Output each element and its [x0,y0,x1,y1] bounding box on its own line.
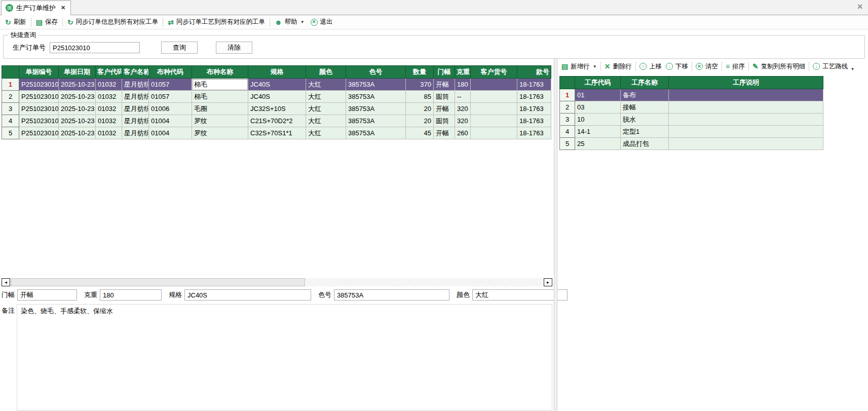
column-header[interactable]: 克重 [455,66,471,79]
cell-工序代码[interactable]: 14-1 [575,126,621,138]
remark-textarea[interactable]: 染色、烧毛、手感柔软、保缩水 [17,304,552,410]
cell-克重[interactable]: 180 [455,79,471,91]
toolbar-overflow-icon[interactable]: ▾ [851,66,854,73]
guige-input[interactable] [184,289,311,301]
column-header[interactable]: 色号 [346,66,406,79]
row-number[interactable]: 3 [2,103,19,115]
cell-款号[interactable]: 18-1763 [517,127,551,139]
cell-单据编号[interactable]: P251023010 [19,115,59,127]
cell-数量[interactable]: 20 [406,103,434,115]
cell-工序说明[interactable] [669,89,823,101]
cell-客户代码[interactable]: 01032 [96,127,122,139]
row-number[interactable]: 4 [560,126,575,138]
cell-布种代码[interactable]: 01004 [149,127,192,139]
cell-色号[interactable]: 385753A [346,127,406,139]
cell-款号[interactable]: 18-1763 [517,115,551,127]
cell-客户货号[interactable] [471,103,517,115]
cell-色号[interactable]: 385753A [346,103,406,115]
cell-单据日期[interactable]: 2025-10-23 [59,91,96,103]
cell-客户名称[interactable]: 星月纺织 [122,79,149,91]
cell-颜色[interactable]: 大红 [306,79,346,91]
sehao-input[interactable] [334,289,449,301]
cell-数量[interactable]: 85 [406,91,434,103]
cell-工序说明[interactable] [669,138,823,150]
cell-色号[interactable]: 385753A [346,115,406,127]
column-header[interactable]: 数量 [406,66,434,79]
process-toolbar-button-delete-row[interactable]: ✕删除行 [602,61,634,72]
row-number[interactable]: 2 [2,91,19,103]
cell-色号[interactable]: 385753A [346,79,406,91]
scroll-right-icon[interactable]: ► [544,278,552,286]
cell-颜色[interactable]: 大红 [306,115,346,127]
cell-客户代码[interactable]: 01032 [96,115,122,127]
cell-工序代码[interactable]: 25 [575,138,621,150]
cell-布种代码[interactable]: 01004 [149,115,192,127]
cell-工序说明[interactable] [669,126,823,138]
column-header[interactable]: 颜色 [306,66,346,79]
tab-production-order-maintenance[interactable]: ⊞ 生产订单维护 ✕ [1,1,71,15]
cell-数量[interactable]: 370 [406,79,434,91]
cell-克重[interactable]: 320 [455,115,471,127]
column-header[interactable]: 客户名称 [122,66,149,79]
cell-客户代码[interactable]: 01032 [96,91,122,103]
cell-工序名称[interactable]: 接幅 [621,101,669,114]
cell-布种名称[interactable]: 毛圈 [192,103,248,115]
column-header[interactable]: 客户代码 [96,66,122,79]
cell-客户货号[interactable] [471,127,517,139]
cell-单据日期[interactable]: 2025-10-23 [59,127,96,139]
kezhong-input[interactable] [100,289,162,301]
column-header[interactable]: 单据编号 [19,66,59,79]
cell-工序名称[interactable]: 成品打包 [621,138,669,150]
cell-颜色[interactable]: 大红 [306,127,346,139]
cell-款号[interactable]: 18-1763 [517,91,551,103]
toolbar-button-sync-info[interactable]: ↻同步订单信息到所有对应工单 [64,16,161,28]
cell-布种名称[interactable]: 罗纹 [192,115,248,127]
process-toolbar-button-copy-all[interactable]: ✎复制到所有明细 [750,61,807,72]
cell-克重[interactable]: 260 [455,127,471,139]
cell-布种名称[interactable]: 棉毛 [192,79,248,91]
production-order-number-input[interactable] [50,42,140,53]
cell-规格[interactable]: JC32S+10S [248,103,306,115]
scrollbar-track[interactable] [10,278,544,286]
window-close-icon[interactable]: ✕ [857,3,863,11]
process-toolbar-button-process-route[interactable]: ↓工艺路线 [811,61,850,72]
toolbar-button-help[interactable]: ☻帮助▼ [272,16,308,28]
cell-颜色[interactable]: 大红 [306,103,346,115]
cell-单据日期[interactable]: 2025-10-23 [59,115,96,127]
column-header[interactable]: 工序名称 [621,77,669,89]
column-header[interactable]: 门幅 [434,66,455,79]
cell-单据日期[interactable]: 2025-10-23 [59,103,96,115]
cell-规格[interactable]: JC40S [248,79,306,91]
cell-款号[interactable]: 18-1763 [517,103,551,115]
cell-数量[interactable]: 20 [406,115,434,127]
cell-客户货号[interactable] [471,91,517,103]
tab-close-icon[interactable]: ✕ [61,5,65,11]
column-header[interactable]: 工序说明 [669,77,823,89]
cell-克重[interactable]: 320 [455,103,471,115]
row-number[interactable]: 5 [2,127,19,139]
cell-客户名称[interactable]: 星月纺织 [122,127,149,139]
cell-工序代码[interactable]: 01 [575,89,621,101]
horizontal-scrollbar[interactable]: ◄ ► [2,278,552,286]
process-toolbar-button-add-row[interactable]: ▤新增行▼ [559,61,599,72]
process-toolbar-button-move-up[interactable]: ↑上移 [637,61,664,72]
toolbar-button-sync-process[interactable]: ⇄同步订单工艺到所有对应的工单 [165,16,268,28]
cell-工序名称[interactable]: 备布 [621,89,669,101]
process-toolbar-button-move-down[interactable]: ↓下移 [664,61,690,72]
column-header[interactable]: 单据日期 [59,66,96,79]
cell-单据编号[interactable]: P251023010 [19,103,59,115]
cell-色号[interactable]: 385753A [346,91,406,103]
scrollbar-thumb[interactable] [11,278,305,286]
toolbar-button-exit[interactable]: ✕退出 [308,16,336,28]
cell-门幅[interactable]: 开幅 [434,127,455,139]
row-number[interactable]: 1 [560,89,575,101]
column-header[interactable]: 款号 [517,66,551,79]
cell-布种代码[interactable]: 01006 [149,103,192,115]
cell-布种代码[interactable]: 01057 [149,79,192,91]
cell-门幅[interactable]: 圆筒 [434,91,455,103]
cell-门幅[interactable]: 圆筒 [434,115,455,127]
cell-单据编号[interactable]: P251023010 [19,127,59,139]
cell-客户货号[interactable] [471,79,517,91]
cell-客户名称[interactable]: 星月纺织 [122,115,149,127]
cell-工序说明[interactable] [669,114,823,126]
